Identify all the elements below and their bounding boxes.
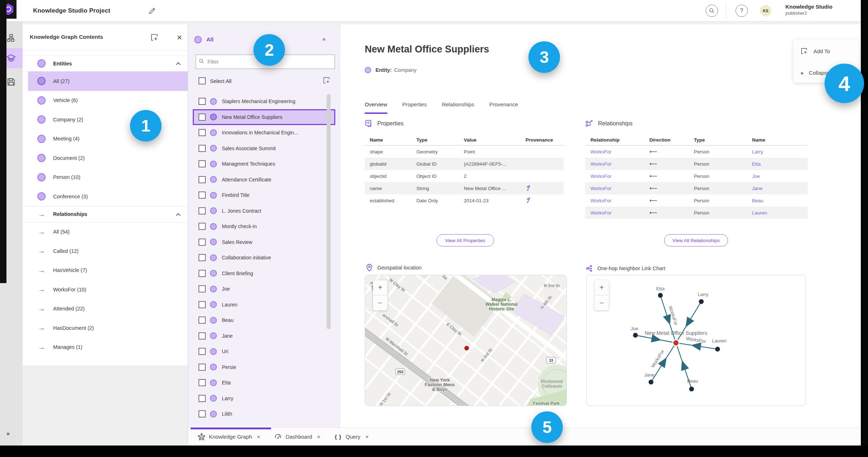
edit-title-icon[interactable] (147, 6, 157, 15)
sidebar-item-company[interactable]: Company (2) (28, 110, 188, 129)
list-item[interactable]: Etta (188, 375, 340, 391)
sidebar-item-worksfor[interactable]: →WorksFor (10) (28, 280, 188, 299)
bottom-tab-dashboard[interactable]: Dashboard× (270, 428, 330, 446)
related-name-link[interactable]: Lauren (747, 210, 808, 216)
item-checkbox[interactable] (199, 239, 206, 246)
map-canvas[interactable]: k RdW Clay StSaN 3rd StMaggie L.Walker N… (365, 275, 567, 406)
sidebar-item-manages[interactable]: →Manages (1) (28, 338, 188, 357)
collapse-list-icon[interactable]: « (322, 36, 326, 43)
node-joe[interactable] (633, 333, 638, 338)
table-row[interactable]: establishedDate Only2014-01-23 (365, 194, 564, 207)
bottom-tab-query[interactable]: { }Query× (330, 428, 378, 446)
chevron-up-icon[interactable] (176, 213, 181, 218)
list-item[interactable]: Larry (188, 391, 340, 406)
sidebar-item-vehicle[interactable]: Vehicle (6) (28, 91, 188, 110)
item-checkbox[interactable] (199, 160, 206, 167)
relationship-link[interactable]: WorksFor (585, 198, 644, 203)
list-item[interactable]: Sales Review (188, 234, 340, 250)
list-item[interactable]: Uri (188, 344, 340, 360)
list-item[interactable]: Innovations in Mechanical Engin... (188, 125, 340, 141)
edge-worksfor-lauren[interactable] (680, 343, 718, 349)
link-chart-canvas[interactable]: EttaLarryJoeLaurenJaneBeauNew Metal Offi… (587, 275, 806, 406)
table-row[interactable]: WorksFor⟵PersonLauren (585, 207, 808, 219)
help-button[interactable]: ? (736, 5, 748, 17)
bottom-tab-knowledge-graph[interactable]: Knowledge Graph× (193, 428, 270, 446)
list-item[interactable]: L. Jones Contract (188, 203, 340, 219)
sidebar-item-person[interactable]: Person (10) (28, 168, 188, 187)
item-checkbox[interactable] (199, 145, 206, 152)
node-jane[interactable] (649, 380, 654, 385)
table-row[interactable]: WorksFor⟵PersonBeau (585, 194, 808, 207)
list-item[interactable]: Staplers Mechanical Engineering (188, 94, 340, 110)
sidebar-item-all[interactable]: →All (54) (28, 222, 188, 242)
list-item[interactable]: Jane (188, 328, 340, 344)
table-row[interactable]: WorksFor⟵PersonEtta (585, 158, 808, 170)
table-row[interactable]: globalidGlobal ID{A228944F-0EF5-... (365, 158, 564, 170)
section-header-entities[interactable]: Entities (23, 55, 188, 71)
item-checkbox[interactable] (199, 410, 206, 417)
list-item[interactable]: Joe (188, 281, 340, 297)
list-item[interactable]: New Metal Office Suppliers (193, 109, 335, 125)
item-checkbox[interactable] (199, 395, 206, 402)
tab-relationships[interactable]: Relationships (442, 101, 474, 114)
sidebar-item-called[interactable]: →Called (12) (28, 241, 188, 261)
item-checkbox[interactable] (199, 348, 206, 355)
node-lauren[interactable] (715, 347, 720, 352)
related-name-link[interactable]: Jane (747, 186, 808, 191)
list-item[interactable]: Lauren (188, 297, 340, 313)
table-row[interactable]: WorksFor⟵PersonJoe (585, 170, 808, 182)
list-item[interactable]: Lilith (188, 406, 340, 422)
map-panel[interactable]: k RdW Clay StSaN 3rd StMaggie L.Walker N… (365, 275, 567, 406)
list-item[interactable]: Montly check-in (188, 219, 340, 235)
edge-worksfor-joe[interactable] (635, 335, 672, 342)
map-zoom-out-button[interactable]: − (373, 295, 387, 310)
item-checkbox[interactable] (199, 207, 206, 214)
search-button[interactable] (706, 5, 718, 17)
add-to-new-icon[interactable] (150, 33, 159, 42)
list-item[interactable]: Beau (188, 313, 340, 328)
save-icon[interactable] (6, 77, 16, 87)
list-item[interactable]: Sales Associate Summit (188, 140, 340, 156)
list-scrollbar[interactable] (327, 94, 331, 329)
item-checkbox[interactable] (199, 129, 206, 136)
table-row[interactable]: WorksFor⟵PersonJane (585, 182, 808, 194)
item-checkbox[interactable] (199, 317, 206, 324)
related-name-link[interactable]: Etta (747, 161, 808, 167)
expand-rail-icon[interactable]: » (6, 430, 9, 437)
sidebar-item-conference[interactable]: Conference (3) (28, 187, 188, 206)
node-beau[interactable] (689, 387, 694, 392)
data-model-icon[interactable] (6, 33, 16, 43)
item-checkbox[interactable] (199, 254, 206, 261)
tab-properties[interactable]: Properties (402, 101, 427, 114)
link-chart-panel[interactable]: EttaLarryJoeLaurenJaneBeauNew Metal Offi… (586, 275, 806, 406)
item-checkbox[interactable] (199, 176, 206, 183)
sidebar-item-meeting[interactable]: Meeting (4) (28, 129, 188, 149)
relationship-link[interactable]: WorksFor (585, 161, 644, 167)
list-item[interactable]: Collaboration initiative (188, 250, 340, 266)
table-row[interactable]: WorksFor⟵PersonLarry (585, 146, 808, 158)
relationship-link[interactable]: WorksFor (585, 186, 644, 191)
item-checkbox[interactable] (199, 285, 206, 292)
list-item[interactable]: Persie (188, 359, 340, 375)
sidebar-item-hasvehicle[interactable]: →HasVehicle (7) (28, 261, 188, 280)
related-name-link[interactable]: Joe (747, 174, 808, 179)
list-item[interactable]: Attendance Certificate (188, 172, 340, 188)
tab-overview[interactable]: Overview (365, 101, 387, 114)
select-all-checkbox[interactable] (199, 77, 206, 84)
provenance-flag-icon[interactable] (526, 197, 531, 203)
item-checkbox[interactable] (199, 114, 206, 121)
item-checkbox[interactable] (199, 364, 206, 371)
node-larry[interactable] (699, 299, 704, 304)
tab-provenance[interactable]: Provenance (489, 101, 518, 114)
item-checkbox[interactable] (199, 98, 206, 105)
item-checkbox[interactable] (199, 191, 206, 199)
node-center-new-metal-office-suppliers[interactable] (673, 340, 678, 345)
list-item[interactable]: Firebird Title (188, 188, 340, 203)
item-checkbox[interactable] (199, 270, 206, 277)
add-to-button[interactable]: Add To (793, 44, 859, 58)
node-etta[interactable] (658, 293, 663, 298)
close-panel-icon[interactable]: ✕ (175, 33, 184, 42)
table-row[interactable]: nameStringNew Metal Office ... (365, 182, 564, 194)
list-item[interactable]: Managment Techniques (188, 156, 340, 172)
view-all-properties-button[interactable]: View All Properties (437, 234, 494, 246)
